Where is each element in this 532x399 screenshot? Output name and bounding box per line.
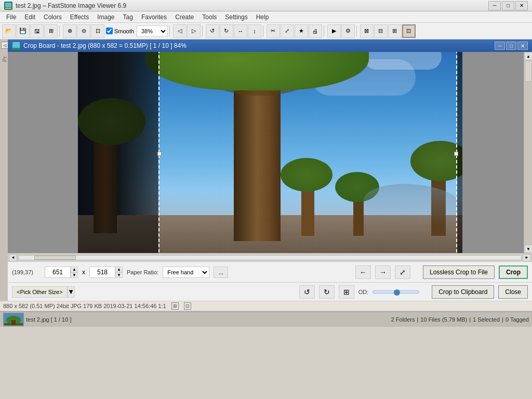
toolbar-sep4 bbox=[263, 25, 265, 37]
paper-ratio-label: Paper Ratio: bbox=[127, 269, 158, 275]
toolbar-sep6 bbox=[356, 25, 358, 37]
crop-dialog: Crop Board - test 2.jpg (880 x 582 = 0.5… bbox=[8, 39, 532, 301]
smooth-checkbox[interactable] bbox=[106, 28, 113, 34]
close-button[interactable]: ✕ bbox=[515, 1, 528, 10]
scroll-up-btn[interactable]: ▲ bbox=[524, 52, 532, 60]
rotate-left-btn[interactable]: ↺ bbox=[299, 285, 315, 299]
height-spin-down[interactable]: ▼ bbox=[115, 272, 123, 278]
toolbar-sep3 bbox=[202, 25, 204, 37]
h-scroll-thumb[interactable] bbox=[34, 256, 76, 260]
crop-minimize-btn[interactable]: ─ bbox=[495, 42, 505, 50]
toolbar-next-btn[interactable]: ▷ bbox=[187, 24, 201, 38]
h-scrollbar: ◄ ► bbox=[8, 253, 532, 261]
toolbar-flip-v-btn[interactable]: ↕ bbox=[248, 24, 261, 38]
crop-btn[interactable]: Crop bbox=[499, 265, 528, 279]
od-slider[interactable] bbox=[373, 288, 419, 296]
width-spin-down[interactable]: ▼ bbox=[71, 272, 78, 278]
menu-effects[interactable]: Effects bbox=[66, 12, 93, 22]
times-label: x bbox=[82, 269, 85, 276]
main-trunk bbox=[234, 75, 281, 241]
svg-rect-8 bbox=[11, 320, 16, 326]
scroll-left-btn[interactable]: ◄ bbox=[9, 254, 17, 261]
crop-controls-row2: <Pick Other Size> ▼ ↺ ↻ ⊞ OD: Crop to Cl… bbox=[8, 282, 532, 301]
arrow-left-btn[interactable]: ← bbox=[355, 265, 371, 279]
toolbar-more3-btn[interactable]: ⊞ bbox=[388, 24, 402, 38]
thumbnail[interactable] bbox=[3, 313, 24, 326]
monitor-icon[interactable]: ⊞ bbox=[171, 302, 179, 310]
grid-btn[interactable]: ⊞ bbox=[339, 285, 354, 299]
toolbar-resize-btn[interactable]: ⤢ bbox=[281, 24, 294, 38]
toolbar-cropframe-btn[interactable]: ⊡ bbox=[402, 24, 416, 38]
menu-create[interactable]: Create bbox=[171, 12, 198, 22]
menu-tag[interactable]: Tag bbox=[119, 12, 137, 22]
status-sep1: | bbox=[417, 316, 418, 323]
rotate-right-btn[interactable]: ↻ bbox=[319, 285, 335, 299]
menu-edit[interactable]: Edit bbox=[20, 12, 39, 22]
lossless-crop-btn[interactable]: Lossless Crop to File bbox=[423, 265, 495, 279]
toolbar-slideshow-btn[interactable]: ▶ bbox=[327, 24, 341, 38]
toolbar-flip-h-btn[interactable]: ↔ bbox=[234, 24, 247, 38]
toolbar-settings-btn[interactable]: ⚙ bbox=[341, 24, 355, 38]
h-scroll-track bbox=[18, 255, 522, 260]
toolbar-sep2 bbox=[169, 25, 171, 37]
tree3-canopy bbox=[281, 158, 332, 192]
status-files: 10 Files (5.79 MB) bbox=[420, 316, 467, 323]
ellipsis-btn[interactable]: ... bbox=[214, 267, 228, 278]
menu-tools[interactable]: Tools bbox=[198, 12, 221, 22]
svg-rect-1 bbox=[5, 3, 11, 7]
toolbar-rotate-left-btn[interactable]: ↺ bbox=[206, 24, 219, 38]
toolbar-more2-btn[interactable]: ⊟ bbox=[374, 24, 388, 38]
toolbar: 📂 💾 🖫 ⊞ ⊕ ⊖ ⊡ Smooth 38% 50% 100% ◁ ▷ ↺ … bbox=[0, 23, 532, 39]
toolbar-print-btn[interactable]: 🖨 bbox=[309, 24, 322, 38]
minimize-button[interactable]: ─ bbox=[488, 1, 501, 10]
toolbar-save-btn[interactable]: 💾 bbox=[16, 24, 30, 38]
maximize-button[interactable]: □ bbox=[502, 1, 514, 10]
scroll-down-btn[interactable]: ▼ bbox=[524, 245, 532, 253]
width-spin-up[interactable]: ▲ bbox=[71, 267, 78, 272]
resize-icon-btn[interactable]: ⤢ bbox=[395, 265, 410, 279]
menu-settings[interactable]: Settings bbox=[221, 12, 251, 22]
toolbar-fit-btn[interactable]: ⊡ bbox=[91, 24, 104, 38]
aspect-icon[interactable]: ⊡ bbox=[184, 302, 191, 310]
toolbar-effects-btn[interactable]: ★ bbox=[295, 24, 308, 38]
v-scroll-thumb[interactable] bbox=[525, 61, 532, 82]
pick-size-btn[interactable]: <Pick Other Size> bbox=[12, 286, 68, 298]
cloud4 bbox=[364, 52, 442, 70]
crop-close-btn[interactable]: ✕ bbox=[517, 42, 528, 50]
v-scroll-track bbox=[524, 60, 532, 245]
close-crop-btn[interactable]: Close bbox=[498, 285, 528, 299]
menu-image[interactable]: Image bbox=[93, 12, 118, 22]
zoom-dropdown[interactable]: 38% 50% 100% bbox=[137, 25, 168, 37]
toolbar-crop-btn[interactable]: ✂ bbox=[267, 24, 280, 38]
crop-title-bar: Crop Board - test 2.jpg (880 x 582 = 0.5… bbox=[8, 39, 532, 52]
paper-ratio-select[interactable]: Free hand 1:1 4:3 16:9 A4 bbox=[163, 267, 209, 278]
toolbar-zoom-out-btn[interactable]: ⊖ bbox=[77, 24, 90, 38]
toolbar-rotate-right-btn[interactable]: ↻ bbox=[220, 24, 233, 38]
scroll-right-btn[interactable]: ► bbox=[523, 254, 531, 261]
toolbar-sep1 bbox=[59, 25, 61, 37]
toolbar-more1-btn[interactable]: ⊠ bbox=[360, 24, 374, 38]
toolbar-browse-btn[interactable]: ⊞ bbox=[44, 24, 58, 38]
tree2-canopy bbox=[78, 98, 145, 145]
height-spin-up[interactable]: ▲ bbox=[115, 267, 123, 272]
menu-colors[interactable]: Colors bbox=[39, 12, 66, 22]
crop-title-icon bbox=[12, 42, 20, 50]
toolbar-prev-btn[interactable]: ◁ bbox=[173, 24, 187, 38]
window-controls: ─ □ ✕ bbox=[488, 1, 528, 10]
pick-size-group: <Pick Other Size> ▼ bbox=[12, 286, 75, 298]
width-input[interactable]: 651 bbox=[45, 267, 71, 278]
panel-btn[interactable]: ◁ bbox=[1, 42, 8, 49]
crop-maximize-btn[interactable]: □ bbox=[506, 42, 516, 50]
crop-clipboard-btn[interactable]: Crop to Clipboard bbox=[432, 285, 494, 299]
toolbar-zoom-in-btn[interactable]: ⊕ bbox=[63, 24, 76, 38]
arrow-right-btn[interactable]: → bbox=[375, 265, 391, 279]
menu-file[interactable]: File bbox=[2, 12, 20, 22]
height-input[interactable]: 518 bbox=[89, 267, 115, 278]
menu-bar: File Edit Colors Effects Image Tag Favor… bbox=[0, 11, 532, 23]
panel-label[interactable]: Pr bbox=[2, 56, 8, 62]
toolbar-open-btn[interactable]: 📂 bbox=[2, 24, 16, 38]
pick-size-dropdown-btn[interactable]: ▼ bbox=[68, 286, 75, 298]
toolbar-save2-btn[interactable]: 🖫 bbox=[30, 24, 44, 38]
menu-help[interactable]: Help bbox=[252, 12, 273, 22]
menu-favorites[interactable]: Favorites bbox=[137, 12, 171, 22]
